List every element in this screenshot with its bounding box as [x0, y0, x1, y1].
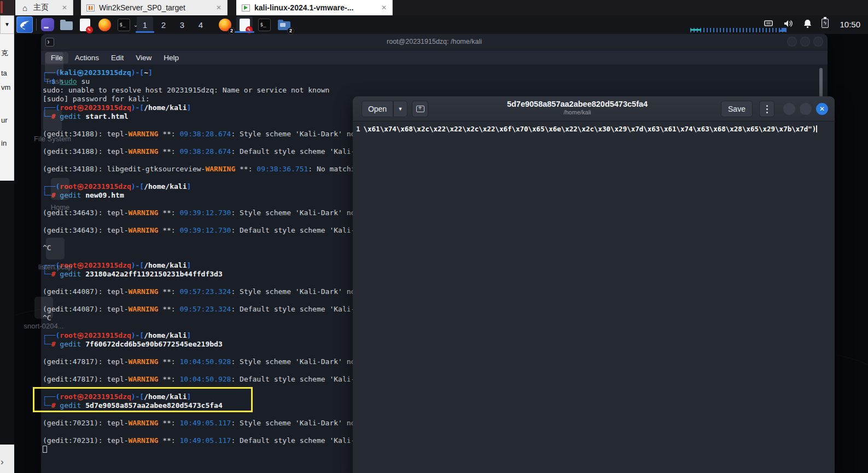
clipped-text-fragment: 克: [1, 48, 8, 58]
terminal-menubar: FileActionsEditViewHelp: [41, 50, 828, 65]
gedit-window[interactable]: Open ▼ 5d7e9058a857aa2abee820d5473c5fa4 …: [353, 96, 835, 473]
line-number: 1: [356, 125, 360, 133]
terminal-minimize-button[interactable]: [787, 37, 797, 47]
play-tab-icon: [242, 4, 250, 11]
workspace-4[interactable]: 4: [193, 16, 209, 33]
left-panel-text-fragments: 克tavmurin: [0, 34, 14, 181]
left-panel-bottom: ›: [0, 445, 14, 473]
taskbar: $_ ⌄ 1234 2$_2 ϟ 10:50: [14, 15, 868, 34]
menu-view[interactable]: View: [130, 52, 157, 64]
vm-tab-1[interactable]: ⌂主页✕: [15, 0, 73, 15]
app-window-icon: [41, 18, 54, 31]
gedit-headerbar[interactable]: Open ▼ 5d7e9058a857aa2abee820d5473c5fa4 …: [353, 96, 835, 122]
network-icon: [763, 19, 774, 28]
gedit-close-button[interactable]: ✕: [816, 103, 828, 115]
hamburger-menu-button[interactable]: [759, 101, 774, 117]
red-marker: [1, 1, 3, 13]
clipped-text-fragment: in: [1, 139, 7, 147]
clock[interactable]: 10:50: [840, 20, 860, 29]
gedit-line-content: \x61\x74\x68\x2c\x22\x22\x2c\x22\x6f\x70…: [364, 125, 817, 133]
menu-file[interactable]: File: [45, 52, 68, 64]
taskbar-separator: [36, 19, 37, 31]
window-button-image-folder[interactable]: 2: [276, 16, 292, 33]
launcher-terminal[interactable]: $_: [115, 16, 132, 33]
terminal-maximize-button[interactable]: [800, 37, 810, 47]
left-panel-top: [0, 0, 14, 15]
workspace-number: 3: [180, 20, 184, 30]
firefox-icon: [98, 19, 111, 31]
kali-dragon-icon: [19, 19, 31, 31]
new-tab-button[interactable]: [412, 101, 428, 117]
gedit-icon: [240, 19, 250, 31]
workspace-number: 4: [199, 20, 203, 30]
highlight-annotation-box: [33, 387, 253, 412]
terminal-titlebar[interactable]: ❯ root@20231915dzq: /home/kali: [41, 34, 828, 50]
volume-tray-icon[interactable]: [783, 19, 794, 28]
clipped-text-fragment: ur: [1, 116, 8, 124]
dropdown-button[interactable]: ▼: [0, 15, 14, 34]
speaker-icon: [783, 19, 794, 28]
launcher-file-manager[interactable]: [58, 16, 74, 33]
open-button[interactable]: Open: [362, 101, 393, 117]
workspace-1[interactable]: 1: [137, 16, 153, 33]
left-edge-panel: ▼ 克tavmurin ›: [0, 0, 14, 473]
folder-icon: [60, 21, 73, 30]
gedit-line: 1\x61\x74\x68\x2c\x22\x22\x2c\x22\x6f\x7…: [356, 125, 817, 133]
gedit-title-block: 5d7e9058a857aa2abee820d5473c5fa4 /home/k…: [462, 100, 692, 116]
terminal-line: sudo: unable to resolve host 20231915dzq…: [43, 86, 828, 95]
gedit-minimize-button[interactable]: [783, 103, 795, 115]
vm-tab-bar: ⌂主页✕Win2kServer_SP0_target✕kali-linux-20…: [0, 0, 868, 15]
clipped-text-fragment: ta: [1, 69, 7, 77]
left-panel-dark: [0, 181, 14, 445]
battery-icon: ϟ: [822, 19, 829, 28]
pause-tab-icon: [86, 4, 95, 11]
window-button-terminal[interactable]: $_: [256, 16, 272, 33]
terminal-line: └─$ sudo su: [43, 77, 828, 86]
tab-close-icon[interactable]: ✕: [62, 4, 67, 11]
network-tray-icon[interactable]: [763, 19, 774, 28]
launcher-text-editor[interactable]: [77, 16, 93, 33]
active-workspace-indicator: [136, 31, 154, 33]
menu-edit[interactable]: Edit: [106, 52, 129, 64]
notification-tray-icon[interactable]: [803, 19, 812, 28]
bell-icon: [803, 19, 812, 28]
vm-tab-2[interactable]: Win2kServer_SP0_target✕: [81, 0, 228, 15]
vm-tab-label: 主页: [33, 3, 49, 13]
vm-tab-label: kali-linux-2024.1-vmware-...: [254, 3, 353, 12]
window-button-firefox[interactable]: 2: [217, 16, 233, 33]
save-button[interactable]: Save: [721, 101, 753, 117]
gedit-document-path: /home/kali: [462, 109, 692, 116]
workspace-number: 2: [161, 20, 166, 30]
gedit-text-area[interactable]: 1\x61\x74\x68\x2c\x22\x22\x2c\x22\x6f\x7…: [353, 122, 835, 473]
tab-close-icon[interactable]: ✕: [381, 4, 387, 11]
workspace-2[interactable]: 2: [155, 16, 172, 33]
terminal-icon: $_: [118, 19, 130, 31]
gedit-icon: [80, 19, 90, 31]
vm-tab-label: Win2kServer_SP0_target: [99, 3, 185, 12]
battery-tray-icon[interactable]: ϟ: [822, 19, 829, 28]
kebab-menu-icon: [766, 105, 768, 113]
vm-tab-3[interactable]: kali-linux-2024.1-vmware-...✕: [236, 0, 393, 15]
screen: TrashFile SystemHomelisten.pcapsnort-020…: [0, 0, 868, 473]
gedit-maximize-button[interactable]: [800, 103, 812, 115]
active-window-indicator: [235, 31, 254, 33]
menu-help[interactable]: Help: [158, 52, 184, 64]
window-count-badge: 2: [287, 27, 294, 34]
workspace-3[interactable]: 3: [174, 16, 190, 33]
tab-close-icon[interactable]: ✕: [216, 4, 222, 11]
system-monitor-sparkline: [690, 28, 787, 32]
launcher-firefox[interactable]: [96, 16, 113, 33]
terminal-scrollbar[interactable]: [819, 68, 823, 97]
new-tab-icon: [416, 106, 424, 112]
launcher-files-app[interactable]: [39, 16, 56, 33]
clipped-text-fragment: vm: [1, 83, 10, 91]
home-tab-icon: ⌂: [21, 4, 29, 11]
open-dropdown-button[interactable]: ▼: [393, 101, 407, 117]
window-button-gedit[interactable]: [236, 16, 253, 33]
terminal-icon: $_: [258, 19, 271, 31]
kali-menu-button[interactable]: [16, 16, 33, 33]
terminal-close-button[interactable]: [813, 37, 823, 47]
text-caret: [816, 125, 817, 132]
terminal-title: root@20231915dzq: /home/kali: [41, 38, 828, 45]
menu-actions[interactable]: Actions: [69, 52, 104, 64]
